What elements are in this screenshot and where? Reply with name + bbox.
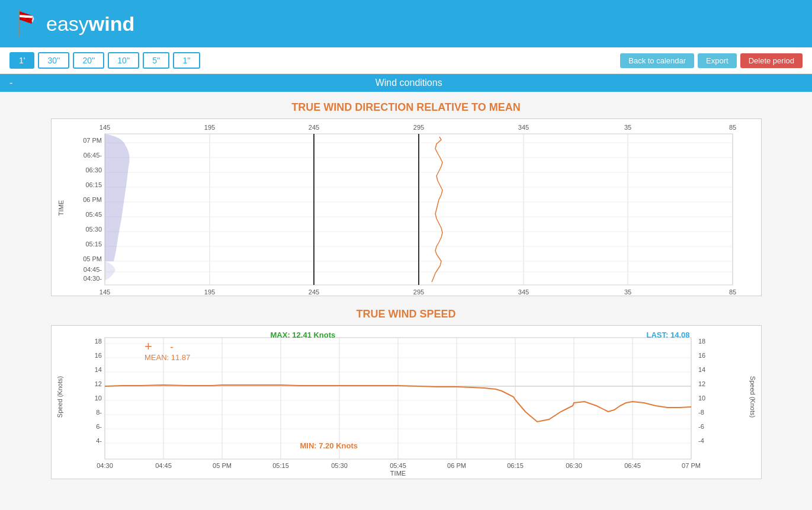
- interval-btn-30s[interactable]: 30'': [38, 52, 69, 69]
- svg-text:12: 12: [698, 380, 705, 387]
- svg-text:8-: 8-: [96, 409, 102, 416]
- svg-text:+: +: [145, 339, 152, 354]
- section-title-bar: - Wind conditions: [0, 74, 812, 92]
- svg-text:18: 18: [698, 338, 705, 345]
- svg-text:16: 16: [94, 352, 101, 359]
- svg-text:85: 85: [728, 288, 736, 296]
- svg-text:05:30: 05:30: [85, 226, 102, 233]
- svg-text:85: 85: [728, 124, 736, 131]
- svg-text:05:15: 05:15: [272, 462, 289, 469]
- svg-text:195: 195: [204, 124, 214, 131]
- speed-chart-container: 18 16 14 12 10 8- 6- 4- Speed (Knots) 18…: [51, 325, 762, 479]
- svg-text:04:45: 04:45: [155, 462, 172, 469]
- svg-text:295: 295: [413, 288, 423, 296]
- svg-text:05:45: 05:45: [85, 211, 102, 218]
- section-title: Wind conditions: [17, 78, 800, 88]
- direction-chart-svg: 07 PM 06:45- 06:30 06:15 06 PM 05:45 05:…: [52, 119, 762, 296]
- svg-text:06:45: 06:45: [624, 462, 641, 469]
- svg-text:06 PM: 06 PM: [447, 462, 466, 469]
- svg-text:05:30: 05:30: [331, 462, 348, 469]
- svg-text:TIME: TIME: [57, 200, 65, 216]
- svg-text:14: 14: [94, 366, 101, 373]
- svg-text:245: 245: [308, 124, 319, 131]
- svg-text:145: 145: [99, 124, 110, 131]
- svg-text:35: 35: [624, 124, 631, 131]
- export-button[interactable]: Export: [698, 53, 737, 68]
- svg-text:05:45: 05:45: [390, 462, 406, 469]
- speed-min-label: MIN: 7.20 Knots: [300, 441, 358, 450]
- svg-text:345: 345: [518, 288, 528, 296]
- svg-text:345: 345: [518, 124, 528, 131]
- svg-text:04:30-: 04:30-: [83, 275, 102, 282]
- svg-text:06:30: 06:30: [85, 166, 102, 174]
- svg-text:10: 10: [698, 394, 705, 402]
- windsock-icon: [12, 9, 41, 39]
- interval-btn-10s[interactable]: 10'': [108, 52, 139, 69]
- svg-text:6-: 6-: [96, 423, 102, 430]
- svg-text:07 PM: 07 PM: [682, 462, 701, 469]
- speed-last-label: LAST: 14.08: [647, 331, 690, 339]
- svg-text:145: 145: [99, 288, 110, 296]
- svg-text:4-: 4-: [96, 437, 102, 444]
- logo: easywind: [12, 9, 134, 39]
- svg-text:35: 35: [624, 288, 631, 296]
- speed-chart-title: TRUE WIND SPEED: [12, 308, 800, 320]
- svg-text:-: -: [170, 341, 174, 353]
- svg-text:12: 12: [94, 380, 101, 387]
- svg-text:295: 295: [413, 124, 423, 131]
- svg-text:-8: -8: [698, 409, 704, 416]
- speed-chart-svg: 18 16 14 12 10 8- 6- 4- Speed (Knots) 18…: [52, 326, 762, 477]
- svg-text:04:45-: 04:45-: [83, 266, 102, 273]
- svg-text:TIME: TIME: [390, 470, 405, 477]
- main-content: TRUE WIND DIRECTION RELATIVE TO MEAN 07 …: [0, 101, 812, 479]
- svg-text:MEAN: 11.87: MEAN: 11.87: [145, 353, 190, 362]
- svg-text:-4: -4: [698, 437, 704, 444]
- interval-btn-5s[interactable]: 5'': [143, 52, 169, 69]
- svg-text:05 PM: 05 PM: [213, 462, 232, 469]
- direction-chart-title: TRUE WIND DIRECTION RELATIVE TO MEAN: [12, 101, 800, 114]
- svg-text:06 PM: 06 PM: [83, 196, 102, 203]
- svg-text:05 PM: 05 PM: [83, 255, 102, 262]
- interval-btn-1s[interactable]: 1'': [173, 52, 200, 69]
- svg-text:195: 195: [204, 288, 214, 296]
- svg-text:Speed (Knots): Speed (Knots): [749, 376, 756, 418]
- svg-text:04:30: 04:30: [97, 462, 113, 469]
- svg-text:Speed (Knots): Speed (Knots): [56, 376, 63, 418]
- action-buttons: Back to calendar Export Delete period: [620, 53, 803, 68]
- svg-text:05:15: 05:15: [85, 240, 102, 248]
- speed-max-label: MAX: 12.41 Knots: [271, 331, 336, 339]
- svg-text:06:15: 06:15: [507, 462, 524, 469]
- delete-period-button[interactable]: Delete period: [740, 53, 803, 68]
- section-dot: -: [9, 78, 12, 88]
- svg-text:07 PM: 07 PM: [83, 137, 102, 144]
- svg-text:14: 14: [698, 366, 705, 373]
- svg-text:06:45-: 06:45-: [83, 152, 102, 159]
- app-header: easywind: [0, 0, 812, 47]
- svg-text:18: 18: [94, 338, 101, 345]
- svg-text:06:15: 06:15: [85, 181, 102, 188]
- svg-text:16: 16: [698, 352, 705, 359]
- toolbar: 1' 30'' 20'' 10'' 5'' 1'' Back to calend…: [0, 47, 812, 74]
- svg-text:10: 10: [94, 394, 101, 402]
- interval-btn-1min[interactable]: 1': [9, 52, 34, 69]
- svg-text:06:30: 06:30: [566, 462, 582, 469]
- svg-text:245: 245: [308, 288, 319, 296]
- logo-text: easywind: [46, 12, 134, 36]
- interval-btn-20s[interactable]: 20'': [73, 52, 104, 69]
- svg-text:-6: -6: [698, 423, 704, 430]
- back-to-calendar-button[interactable]: Back to calendar: [620, 53, 694, 68]
- interval-buttons: 1' 30'' 20'' 10'' 5'' 1'': [9, 52, 200, 69]
- direction-chart-container: 07 PM 06:45- 06:30 06:15 06 PM 05:45 05:…: [51, 118, 762, 296]
- svg-rect-0: [18, 9, 20, 36]
